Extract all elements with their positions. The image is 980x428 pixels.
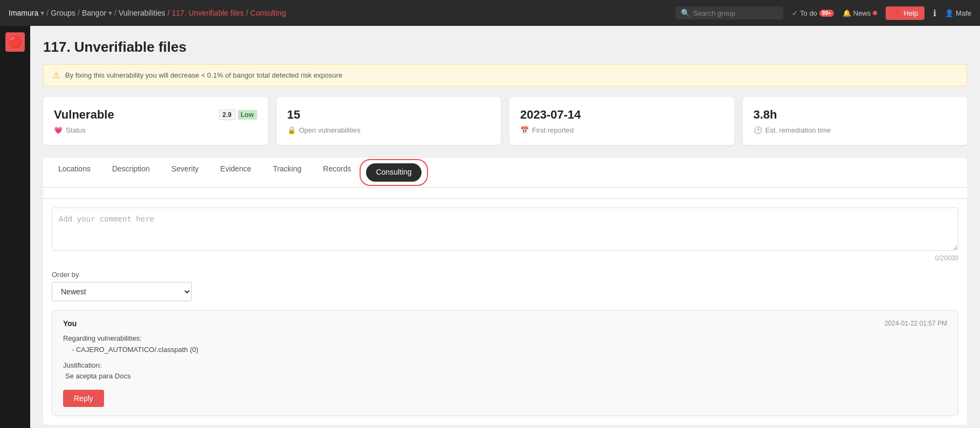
comment-author: You xyxy=(63,319,77,328)
score-badge: 2.9 xyxy=(219,109,236,120)
tab-severity[interactable]: Severity xyxy=(161,158,210,187)
comment-body: Regarding vulnerabilities: - CAJERO_AUTO… xyxy=(63,333,947,382)
char-count: 0/20000 xyxy=(52,254,958,262)
sidebar-logo[interactable]: 🔴 xyxy=(5,32,25,52)
tabs-container: Locations Description Severity Evidence … xyxy=(43,158,967,199)
stat-card-open: 15 🔒 Open vulnerabilities xyxy=(277,97,501,145)
dropdown-arrow-bangor[interactable]: ▾ xyxy=(108,9,112,17)
breadcrumb-vuln-title[interactable]: 117. Unverifiable files xyxy=(172,9,244,17)
vuln-item: - CAJERO_AUTOMATICO/.classpath (0) xyxy=(63,344,947,356)
tab-consulting[interactable]: Consulting xyxy=(366,163,421,182)
breadcrumb-bangor[interactable]: Bangor xyxy=(82,9,106,17)
stat-card-remediation: 3.8h 🕐 Est. remediation time xyxy=(743,97,968,145)
comment-card: You 2024-01-22 01:57 PM Regarding vulner… xyxy=(52,310,958,416)
stat-label-remediation: Est. remediation time xyxy=(765,126,831,134)
user-menu[interactable]: 👤 Mafe xyxy=(945,9,971,17)
stat-value-open: 15 xyxy=(287,108,300,122)
bell-icon: 🔔 xyxy=(843,9,851,17)
tab-consulting-wrapper: Consulting xyxy=(364,160,423,185)
user-icon: 👤 xyxy=(945,9,954,17)
sidebar: 🔴 xyxy=(0,26,30,428)
todo-badge: 99+ xyxy=(819,10,834,17)
help-button[interactable]: ❓ Help xyxy=(886,6,924,20)
justification-label: Justification: xyxy=(63,361,102,369)
alert-icon: ⚠ xyxy=(52,70,60,80)
calendar-icon: 📅 xyxy=(520,126,529,134)
tab-records[interactable]: Records xyxy=(312,158,362,187)
consulting-content: 0/20000 Order by Newest Oldest You 2024-… xyxy=(43,199,967,425)
news-dot xyxy=(873,11,877,15)
tab-tracking[interactable]: Tracking xyxy=(262,158,312,187)
help-icon: ❓ xyxy=(892,9,901,17)
help-label: Help xyxy=(903,9,918,17)
stat-label-open: Open vulnerabilities xyxy=(299,126,361,134)
breadcrumb-imamura[interactable]: Imamura xyxy=(9,9,38,17)
checkmark-icon: ✓ xyxy=(792,9,798,17)
order-label: Order by xyxy=(52,271,958,279)
dropdown-arrow-imamura[interactable]: ▾ xyxy=(40,9,44,17)
heartbeat-icon: 💗 xyxy=(54,126,63,134)
main-content: 117. Unverifiable files ⚠ By fixing this… xyxy=(30,26,980,428)
search-box[interactable]: 🔍 xyxy=(675,6,783,19)
news-action[interactable]: 🔔 News xyxy=(843,9,878,17)
page-title: 117. Unverifiable files xyxy=(43,39,967,56)
order-section: Order by Newest Oldest xyxy=(52,271,958,301)
todo-label: To do xyxy=(800,9,817,17)
tab-locations[interactable]: Locations xyxy=(47,158,101,187)
search-input[interactable] xyxy=(693,9,778,17)
breadcrumb-vulnerabilities[interactable]: Vulnerabilities xyxy=(119,9,165,17)
stat-card-reported: 2023-07-14 📅 First reported xyxy=(509,97,734,145)
search-icon: 🔍 xyxy=(681,9,690,17)
news-label: News xyxy=(853,9,871,17)
breadcrumb-groups[interactable]: Groups xyxy=(51,9,75,17)
reply-button[interactable]: Reply xyxy=(63,390,104,407)
tabs: Locations Description Severity Evidence … xyxy=(43,158,967,188)
regarding-label: Regarding vulnerabilities: xyxy=(63,333,947,344)
breadcrumb-consulting[interactable]: Consulting xyxy=(250,9,286,17)
stats-row: Vulnerable 2.9 Low 💗 Status 15 🔒 Open vu… xyxy=(43,97,967,145)
todo-action[interactable]: ✓ To do 99+ xyxy=(792,9,834,17)
stat-label-status: Status xyxy=(66,126,86,134)
stat-value-reported: 2023-07-14 xyxy=(520,108,581,122)
alert-banner: ⚠ By fixing this vulnerability you will … xyxy=(43,64,967,86)
justification-text: Se acepta para Docs xyxy=(63,371,947,382)
stat-value-remediation: 3.8h xyxy=(754,108,777,122)
clock-icon: 🕐 xyxy=(754,126,762,134)
low-badge: Low xyxy=(238,110,257,120)
comment-textarea[interactable] xyxy=(52,208,958,251)
alert-text: By fixing this vulnerability you will de… xyxy=(65,71,342,79)
lock-icon: 🔒 xyxy=(287,126,296,134)
info-icon[interactable]: ℹ xyxy=(933,8,936,18)
navbar: Imamura ▾ / Groups / Bangor ▾ / Vulnerab… xyxy=(0,0,980,26)
navbar-right: 🔍 ✓ To do 99+ 🔔 News ❓ Help ℹ 👤 Mafe xyxy=(675,6,971,20)
tab-evidence[interactable]: Evidence xyxy=(210,158,263,187)
tab-description[interactable]: Description xyxy=(101,158,161,187)
stat-label-reported: First reported xyxy=(532,126,574,134)
user-label: Mafe xyxy=(956,9,971,17)
stat-card-status: Vulnerable 2.9 Low 💗 Status xyxy=(43,97,268,145)
breadcrumb: Imamura ▾ / Groups / Bangor ▾ / Vulnerab… xyxy=(9,9,286,17)
stat-value-status: Vulnerable xyxy=(54,108,114,122)
order-select[interactable]: Newest Oldest xyxy=(52,282,192,301)
comment-date: 2024-01-22 01:57 PM xyxy=(885,320,947,327)
